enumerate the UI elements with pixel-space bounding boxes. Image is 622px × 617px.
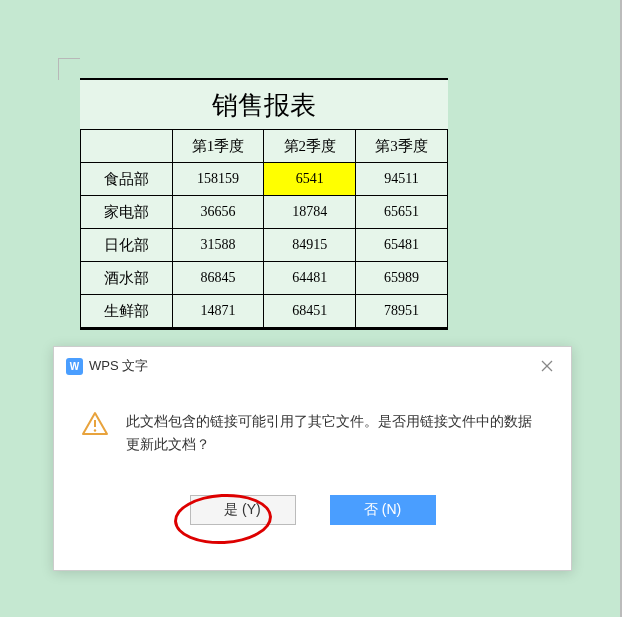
cell-q1: 158159 xyxy=(172,163,264,196)
cell-q1: 86845 xyxy=(172,262,264,295)
table-header-row: 第1季度 第2季度 第3季度 xyxy=(81,130,448,163)
header-q3: 第3季度 xyxy=(356,130,448,163)
cell-q2: 84915 xyxy=(264,229,356,262)
cell-q2: 64481 xyxy=(264,262,356,295)
row-label: 酒水部 xyxy=(81,262,173,295)
table-row: 日化部315888491565481 xyxy=(81,229,448,262)
header-q1: 第1季度 xyxy=(172,130,264,163)
close-button[interactable] xyxy=(535,354,559,378)
confirm-dialog: W WPS 文字 此文档包含的链接可能引用了其它文件。是否用链接文件中的数据更新… xyxy=(53,346,572,571)
header-empty xyxy=(81,130,173,163)
dialog-message: 此文档包含的链接可能引用了其它文件。是否用链接文件中的数据更新此文档？ xyxy=(126,411,541,457)
row-label: 生鲜部 xyxy=(81,295,173,328)
cell-q3: 65989 xyxy=(356,262,448,295)
table-row: 家电部366561878465651 xyxy=(81,196,448,229)
svg-point-4 xyxy=(94,429,96,431)
dialog-body: 此文档包含的链接可能引用了其它文件。是否用链接文件中的数据更新此文档？ xyxy=(54,383,571,467)
table-row: 食品部158159654194511 xyxy=(81,163,448,196)
dialog-header: W WPS 文字 xyxy=(54,347,571,383)
cell-q1: 36656 xyxy=(172,196,264,229)
no-button[interactable]: 否 (N) xyxy=(330,495,436,525)
table-row: 生鲜部148716845178951 xyxy=(81,295,448,328)
dialog-title: WPS 文字 xyxy=(89,357,148,375)
wps-logo-icon: W xyxy=(66,358,83,375)
warning-icon xyxy=(82,411,108,437)
dialog-title-group: W WPS 文字 xyxy=(66,357,148,375)
cell-q1: 14871 xyxy=(172,295,264,328)
row-label: 食品部 xyxy=(81,163,173,196)
header-q2: 第2季度 xyxy=(264,130,356,163)
row-label: 日化部 xyxy=(81,229,173,262)
data-table: 第1季度 第2季度 第3季度 食品部158159654194511家电部3665… xyxy=(80,129,448,328)
cell-q2: 68451 xyxy=(264,295,356,328)
cell-q2: 18784 xyxy=(264,196,356,229)
cell-q3: 65651 xyxy=(356,196,448,229)
cell-q3: 78951 xyxy=(356,295,448,328)
cell-q3: 65481 xyxy=(356,229,448,262)
cell-q2: 6541 xyxy=(264,163,356,196)
dialog-buttons: 是 (Y) 否 (N) xyxy=(54,467,571,525)
table-title: 销售报表 xyxy=(80,80,448,129)
page-corner-marker xyxy=(58,58,80,80)
close-icon xyxy=(541,360,553,372)
cell-q3: 94511 xyxy=(356,163,448,196)
sales-report-table: 销售报表 第1季度 第2季度 第3季度 食品部158159654194511家电… xyxy=(80,78,448,330)
row-label: 家电部 xyxy=(81,196,173,229)
table-row: 酒水部868456448165989 xyxy=(81,262,448,295)
yes-button[interactable]: 是 (Y) xyxy=(190,495,296,525)
cell-q1: 31588 xyxy=(172,229,264,262)
